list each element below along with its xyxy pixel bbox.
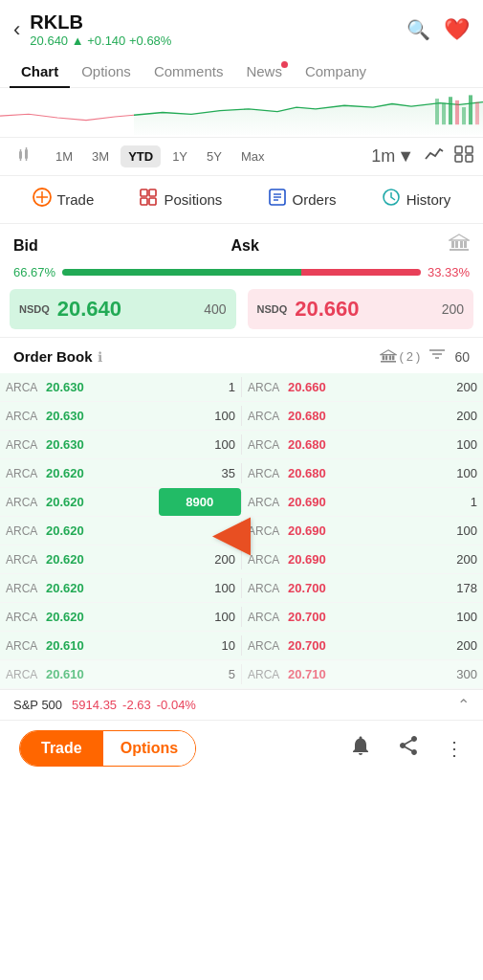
ask-bar [301,269,421,276]
svg-marker-30 [450,234,469,240]
favorite-icon[interactable]: ❤️ [444,17,470,42]
trade-icon [33,188,52,212]
range-ytd[interactable]: YTD [121,145,161,167]
bid-exch-2: ARCA [0,431,40,458]
ask-price-cell[interactable]: NSDQ 20.660 200 [248,289,474,329]
header: ‹ RKLB 20.640 ▲ +0.140 +0.68% 🔍 ❤️ [0,0,483,56]
positions-action[interactable]: Positions [139,188,222,212]
range-3m[interactable]: 3M [84,145,117,167]
bid-bar [62,269,301,276]
table-row: ARCA 20.630 1 ARCA 20.660 200 [0,373,483,402]
bid-price-2: 20.630 [40,431,159,458]
bid-ask-track [62,269,421,276]
bank-badge[interactable]: (2) [380,349,421,365]
notification-icon[interactable] [349,734,372,763]
tab-chart[interactable]: Chart [10,56,70,87]
tab-bar: Chart Options Comments News Company [0,56,483,88]
ask-qty-1: 200 [401,402,483,430]
more-icon[interactable]: ⋮ [445,737,464,760]
svg-rect-33 [460,241,463,248]
table-row: ARCA 20.630 100 ARCA 20.680 200 [0,402,483,431]
trade-options-group: Trade Options [19,730,196,767]
svg-rect-5 [462,107,466,124]
trade-action[interactable]: Trade [33,188,95,212]
ask-price-3: 20.680 [282,459,401,487]
range-1y[interactable]: 1Y [165,145,195,167]
orders-action[interactable]: Orders [268,188,337,212]
bid-qty-8: 100 [159,603,241,631]
ask-qty-2: 100 [401,431,483,458]
back-button[interactable]: ‹ [13,17,20,42]
share-icon[interactable] [397,734,420,763]
tab-comments[interactable]: Comments [143,56,235,87]
bid-qty-2: 100 [159,431,241,458]
filter-icon[interactable] [428,345,447,368]
bid-price-10: 20.610 [40,660,159,688]
order-book-title: Order Book [13,348,93,365]
range-5y[interactable]: 5Y [199,145,230,167]
svg-rect-17 [466,155,472,162]
ask-qty: 200 [442,301,464,317]
ask-exch-0: ARCA [242,373,282,401]
ask-label: Ask [231,237,450,255]
range-1m[interactable]: 1M [48,145,80,167]
tab-company[interactable]: Company [294,56,378,87]
order-book-info-icon[interactable]: ℹ [98,349,102,365]
grid-view-icon[interactable] [454,145,473,167]
bid-price-6: 20.620 [40,546,159,573]
ask-exch-10: ARCA [242,660,282,688]
ask-price-1: 20.680 [282,402,401,430]
ask-percent: 33.33% [427,265,470,279]
bid-price-cell[interactable]: NSDQ 20.640 400 [10,289,236,329]
ask-qty-5: 100 [401,517,483,545]
ask-qty-0: 200 [401,373,483,401]
svg-rect-14 [455,146,462,153]
svg-rect-6 [469,95,472,124]
ask-exch-3: ARCA [242,459,282,487]
ask-price: 20.660 [295,297,359,322]
search-icon[interactable]: 🔍 [406,18,430,41]
bid-qty-9: 10 [159,632,241,659]
tab-options[interactable]: Options [70,56,143,87]
svg-rect-22 [149,189,156,196]
bid-qty-6: 200 [159,546,241,573]
bid-exch-8: ARCA [0,603,40,631]
range-icons: 1m▼ [371,145,473,167]
ask-exch-4: ARCA [242,488,282,516]
range-max[interactable]: Max [233,145,273,167]
ask-qty-4: 1 [401,488,483,516]
trade-button[interactable]: Trade [20,731,103,766]
bid-exch-10: ARCA [0,660,40,688]
up-arrow: ▲ [72,33,87,48]
bid-label: Bid [13,237,231,255]
ask-exch-2: ARCA [242,431,282,458]
table-row: ARCA 20.620 8900 ARCA 20.690 1 [0,488,483,517]
time-range-bar: 1M 3M YTD 1Y 5Y Max 1m▼ [0,138,483,176]
index-change-pct: -0.04% [157,698,196,712]
bid-exch-0: ARCA [0,373,40,401]
bid-percent: 66.67% [13,265,56,279]
order-book-body: ARCA 20.630 1 ARCA 20.660 200 ARCA 20.63… [0,373,483,689]
ask-price-7: 20.700 [282,574,401,602]
mini-chart[interactable] [0,88,483,138]
svg-marker-0 [134,102,483,135]
ask-price-2: 20.680 [282,431,401,458]
table-row: ARCA 20.620 ARCA 20.690 100 [0,517,483,546]
bid-ask-header: Bid Ask [0,224,483,261]
status-expand-icon[interactable]: ⌃ [457,696,470,714]
svg-rect-8 [19,151,22,159]
bid-price-3: 20.620 [40,459,159,487]
history-action[interactable]: History [382,188,451,212]
candlestick-toggle[interactable] [10,144,44,169]
svg-rect-31 [451,241,454,248]
bid-exch-4: ARCA [0,488,40,516]
bid-ask-bar: 66.67% 33.33% [0,261,483,283]
svg-rect-23 [141,198,147,205]
bid-exch-3: ARCA [0,459,40,487]
options-button[interactable]: Options [103,731,195,766]
history-icon [382,188,401,212]
interval-selector[interactable]: 1m▼ [371,146,414,167]
tab-news[interactable]: News [234,56,294,87]
table-row: ARCA 20.620 35 ARCA 20.680 100 [0,459,483,488]
line-chart-icon[interactable] [424,145,445,167]
